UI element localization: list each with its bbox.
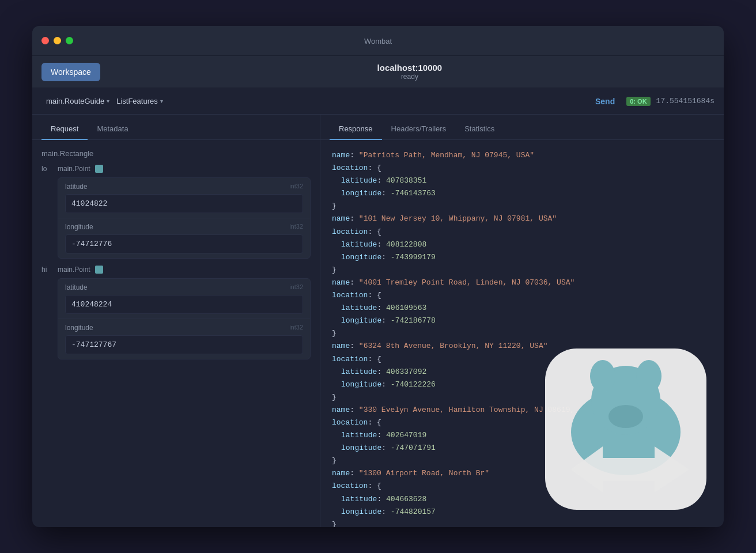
response-entry-3: name: "6324 8th Avenue, Brooklyn, NY 112… bbox=[332, 340, 712, 353]
request-type-label: main.Rectangle bbox=[41, 149, 311, 158]
tab-statistics[interactable]: Statistics bbox=[455, 119, 504, 140]
close-button[interactable] bbox=[41, 37, 49, 44]
tab-request[interactable]: Request bbox=[41, 119, 88, 140]
request-body: main.Rectangle lo main.Point latitude in… bbox=[32, 140, 320, 527]
lo-longitude-name: longitude bbox=[65, 223, 93, 231]
hi-latitude-label-row: latitude int32 bbox=[65, 283, 303, 291]
hi-longitude-type: int32 bbox=[289, 324, 303, 332]
response-location-2-open: location: { bbox=[332, 289, 712, 302]
hi-nested-field: latitude int32 longitude int32 bbox=[58, 278, 311, 359]
send-button[interactable]: Send bbox=[591, 94, 619, 108]
lo-latitude-type: int32 bbox=[289, 183, 303, 191]
rpc-name: ListFeatures bbox=[116, 97, 158, 105]
response-lat-5: latitude: 404663628 bbox=[332, 493, 712, 506]
response-lat-3: latitude: 406337092 bbox=[332, 366, 712, 378]
minimize-button[interactable] bbox=[54, 37, 61, 44]
tab-response[interactable]: Response bbox=[330, 119, 382, 140]
hi-latitude-type: int32 bbox=[289, 283, 303, 291]
left-panel: Request Metadata main.Rectangle lo main.… bbox=[32, 115, 320, 527]
rpc-selector[interactable]: ListFeatures ▾ bbox=[116, 97, 163, 105]
maximize-button[interactable] bbox=[66, 37, 73, 44]
app-window: Wombat Workspace localhost:10000 ready m… bbox=[32, 26, 724, 527]
response-location-1-close: } bbox=[332, 264, 712, 276]
hi-latitude-name: latitude bbox=[65, 283, 88, 291]
hi-longitude-name: longitude bbox=[65, 324, 93, 332]
response-time: 17.554151684s bbox=[656, 97, 715, 105]
response-lng-3: longitude: -740122226 bbox=[332, 378, 712, 391]
response-lat-0: latitude: 407838351 bbox=[332, 175, 712, 187]
title-bar: Wombat bbox=[32, 26, 724, 56]
response-entry-0: name: "Patriots Path, Mendham, NJ 07945,… bbox=[332, 149, 712, 162]
service-selector[interactable]: main.RouteGuide ▾ bbox=[41, 94, 114, 108]
server-info: localhost:10000 ready bbox=[105, 63, 715, 81]
lo-color-box bbox=[95, 165, 103, 173]
lo-longitude-type: int32 bbox=[289, 223, 303, 231]
lo-latitude-input[interactable] bbox=[65, 194, 303, 213]
response-location-3-close: } bbox=[332, 391, 712, 404]
response-lng-5: longitude: -744820157 bbox=[332, 506, 712, 518]
status-badge: 0: OK bbox=[626, 97, 650, 106]
response-location-0-close: } bbox=[332, 200, 712, 213]
response-body: name: "Patriots Path, Mendham, NJ 07945,… bbox=[320, 140, 724, 527]
response-location-3-open: location: { bbox=[332, 353, 712, 366]
hi-type: main.Point bbox=[58, 266, 90, 274]
lo-nested-field: latitude int32 longitude int32 bbox=[58, 177, 311, 259]
title-center: Wombat bbox=[364, 36, 392, 46]
response-entry-1: name: "101 New Jersey 10, Whippany, NJ 0… bbox=[332, 213, 712, 225]
tab-metadata[interactable]: Metadata bbox=[88, 119, 137, 140]
response-location-1-open: location: { bbox=[332, 226, 712, 238]
main-content: Request Metadata main.Rectangle lo main.… bbox=[32, 115, 724, 527]
hi-latitude-row: latitude int32 bbox=[58, 279, 310, 319]
request-tabs: Request Metadata bbox=[32, 115, 320, 140]
response-tabs: Response Headers/Trailers Statistics bbox=[320, 115, 724, 140]
response-entry-5: name: "1300 Airport Road, North Br" bbox=[332, 467, 712, 480]
response-lng-0: longitude: -746143763 bbox=[332, 187, 712, 200]
lo-latitude-row: latitude int32 bbox=[58, 178, 310, 218]
lo-label: lo bbox=[41, 165, 53, 173]
response-lng-4: longitude: -747071791 bbox=[332, 442, 712, 454]
response-location-2-close: } bbox=[332, 327, 712, 340]
response-entry-4: name: "330 Evelyn Avenue, Hamilton Towns… bbox=[332, 404, 712, 416]
workspace-button[interactable]: Workspace bbox=[41, 63, 100, 81]
toolbar: Workspace localhost:10000 ready bbox=[32, 56, 724, 88]
hi-latitude-input[interactable] bbox=[65, 295, 303, 314]
lo-latitude-label-row: latitude int32 bbox=[65, 183, 303, 191]
response-lat-1: latitude: 408122808 bbox=[332, 238, 712, 251]
lo-longitude-input[interactable] bbox=[65, 234, 303, 253]
server-host: localhost:10000 bbox=[105, 63, 715, 73]
rpc-chevron-icon: ▾ bbox=[160, 98, 163, 104]
response-location-0-open: location: { bbox=[332, 162, 712, 175]
response-lat-2: latitude: 406109563 bbox=[332, 302, 712, 315]
tab-headers-trailers[interactable]: Headers/Trailers bbox=[382, 119, 456, 140]
response-entry-2: name: "4001 Tremley Point Road, Linden, … bbox=[332, 276, 712, 289]
response-lng-1: longitude: -743999179 bbox=[332, 251, 712, 264]
hi-field-row: hi main.Point bbox=[41, 266, 311, 274]
response-location-5-open: location: { bbox=[332, 480, 712, 493]
hi-longitude-label-row: longitude int32 bbox=[65, 324, 303, 332]
hi-longitude-input[interactable] bbox=[65, 335, 303, 354]
lo-longitude-row: longitude int32 bbox=[58, 218, 310, 258]
service-chevron-icon: ▾ bbox=[107, 98, 109, 104]
response-lat-4: latitude: 402647019 bbox=[332, 429, 712, 442]
response-location-4-close: } bbox=[332, 454, 712, 467]
lo-longitude-label-row: longitude int32 bbox=[65, 223, 303, 231]
hi-label: hi bbox=[41, 266, 53, 274]
response-meta: 0: OK 17.554151684s bbox=[626, 97, 715, 106]
server-status: ready bbox=[105, 73, 715, 81]
right-panel: Response Headers/Trailers Statistics nam… bbox=[320, 115, 724, 527]
service-name: main.RouteGuide bbox=[46, 97, 104, 105]
response-lng-2: longitude: -742186778 bbox=[332, 315, 712, 327]
method-bar: main.RouteGuide ▾ ListFeatures ▾ Send 0:… bbox=[32, 88, 724, 115]
response-location-5-close: } bbox=[332, 518, 712, 527]
hi-longitude-row: longitude int32 bbox=[58, 319, 310, 359]
response-location-4-open: location: { bbox=[332, 416, 712, 429]
lo-latitude-name: latitude bbox=[65, 183, 88, 191]
traffic-lights bbox=[41, 37, 73, 44]
lo-field-row: lo main.Point bbox=[41, 165, 311, 173]
app-title: Wombat bbox=[364, 37, 392, 46]
lo-type: main.Point bbox=[58, 165, 90, 173]
hi-color-box bbox=[95, 266, 103, 274]
